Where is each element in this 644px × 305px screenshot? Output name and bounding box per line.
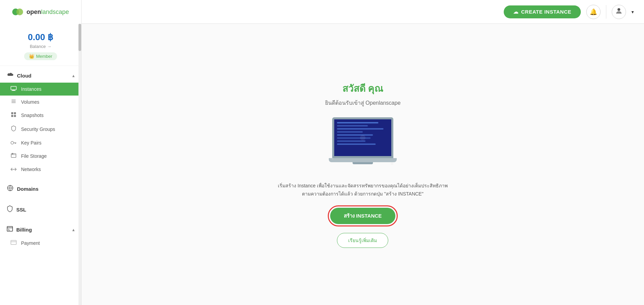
- sidebar-item-file-storage[interactable]: File Storage: [0, 149, 81, 163]
- sidebar-item-instances[interactable]: Instances: [0, 83, 81, 96]
- domains-section-header[interactable]: Domains: [0, 181, 81, 197]
- instances-label: Instances: [21, 86, 41, 92]
- cloud-section-header[interactable]: Cloud ▴: [0, 69, 81, 83]
- key-pairs-label: Key Pairs: [21, 140, 41, 146]
- welcome-title: สวัสดี คุณ: [278, 81, 448, 96]
- payment-icon: [10, 240, 17, 246]
- ssl-section: SSL: [0, 199, 81, 220]
- welcome-subtitle: ยินดีต้อนรับเข้าสู่ Openlanscape: [278, 99, 448, 107]
- description-line-1: เริ่มสร้าง Instance เพื่อใช้งานและจัดสรร…: [278, 182, 448, 190]
- user-menu-chevron[interactable]: ▾: [631, 9, 634, 15]
- ssl-section-label: SSL: [16, 207, 26, 213]
- user-avatar-button[interactable]: [612, 5, 626, 19]
- logo-icon: [12, 8, 24, 16]
- action-buttons: สร้าง INSTANCE เรียนรู้เพิ่มเติม: [278, 208, 448, 248]
- description-text: เริ่มสร้าง Instance เพื่อใช้งานและจัดสรร…: [278, 182, 448, 198]
- create-instance-header-button[interactable]: ☁ CREATE INSTANCE: [504, 5, 581, 18]
- balance-link[interactable]: Balance →: [7, 44, 74, 49]
- networks-icon: [10, 166, 17, 172]
- security-groups-label: Security Groups: [21, 126, 55, 132]
- ssl-icon: [7, 205, 13, 214]
- sidebar-item-networks[interactable]: Networks: [0, 163, 81, 176]
- billing-icon: [7, 226, 13, 233]
- balance-link-label: Balance →: [30, 44, 52, 49]
- domains-section: Domains: [0, 179, 81, 199]
- notification-bell-button[interactable]: 🔔: [586, 5, 601, 19]
- svg-rect-22: [7, 226, 13, 231]
- layout: 0.00 ฿ Balance → 👑 Member Cloud ▴: [0, 24, 644, 305]
- instances-icon: [10, 86, 17, 92]
- header: openlandscape ☁ CREATE INSTANCE 🔔 ▾: [0, 0, 644, 24]
- key-pairs-icon: [10, 140, 17, 146]
- ssl-section-header[interactable]: SSL: [0, 202, 81, 217]
- header-right: ☁ CREATE INSTANCE 🔔 ▾: [504, 5, 634, 19]
- sidebar-item-security-groups[interactable]: Security Groups: [0, 122, 81, 136]
- code-line-5: [337, 134, 373, 136]
- sidebar-item-key-pairs[interactable]: Key Pairs: [0, 136, 81, 149]
- laptop-stand: [353, 162, 373, 164]
- file-storage-label: File Storage: [21, 153, 47, 159]
- laptop-screen: [332, 117, 393, 158]
- snapshots-label: Snapshots: [21, 113, 43, 118]
- logo: openlandscape: [12, 8, 69, 16]
- domains-icon: [7, 185, 14, 193]
- snapshots-icon: [10, 112, 17, 119]
- welcome-card: สวัสดี คุณ ยินดีต้อนรับเข้าสู่ Openlansc…: [271, 67, 454, 261]
- svg-rect-9: [11, 112, 13, 114]
- svg-rect-10: [14, 112, 16, 114]
- create-instance-main-label: สร้าง INSTANCE: [344, 213, 382, 219]
- security-groups-icon: [10, 125, 17, 133]
- code-line-7: [337, 140, 365, 142]
- billing-section-label: Billing: [16, 227, 32, 233]
- create-instance-main-button[interactable]: สร้าง INSTANCE: [330, 208, 395, 224]
- cloud-chevron-icon: ▴: [72, 73, 74, 78]
- code-line-3: [337, 128, 383, 130]
- domains-section-label: Domains: [17, 186, 38, 192]
- learn-more-button[interactable]: เรียนรู้เพิ่มเติม: [337, 233, 388, 248]
- member-label: Member: [36, 54, 52, 59]
- cloud-section-label: Cloud: [17, 73, 32, 79]
- svg-rect-26: [11, 240, 16, 244]
- svg-rect-12: [14, 115, 16, 117]
- laptop-illustration: [329, 117, 397, 172]
- code-line-1: [337, 122, 378, 123]
- cloud-section: Cloud ▴ Instances: [0, 66, 81, 179]
- divider: [606, 5, 606, 19]
- sidebar-item-volumes[interactable]: Volumes: [0, 96, 81, 108]
- avatar-icon: [615, 7, 623, 17]
- scrollbar-thumb[interactable]: [78, 24, 81, 51]
- code-line-4: [337, 131, 363, 133]
- bell-icon: 🔔: [590, 8, 597, 16]
- svg-point-1: [16, 9, 23, 15]
- scrollbar-track[interactable]: [78, 24, 81, 305]
- file-storage-icon: [10, 153, 17, 159]
- networks-label: Networks: [21, 167, 41, 172]
- svg-rect-11: [11, 115, 13, 117]
- description-line-2: ตามความต้องการได้แล้ว ด้วยการกดปุ่ม "สร้…: [278, 190, 448, 198]
- member-icon: 👑: [29, 54, 34, 59]
- sidebar: 0.00 ฿ Balance → 👑 Member Cloud ▴: [0, 24, 82, 305]
- code-line-2: [337, 125, 368, 126]
- svg-rect-3: [11, 86, 16, 90]
- member-badge: 👑 Member: [24, 52, 57, 60]
- volumes-label: Volumes: [21, 99, 39, 105]
- cloud-icon: ☁: [513, 9, 519, 15]
- sidebar-item-payment[interactable]: Payment: [0, 237, 81, 250]
- logo-container: openlandscape: [0, 0, 82, 24]
- svg-rect-5: [12, 90, 16, 91]
- create-instance-header-label: CREATE INSTANCE: [521, 9, 571, 15]
- balance-section: 0.00 ฿ Balance → 👑 Member: [0, 24, 81, 66]
- volumes-icon: [10, 99, 17, 105]
- code-lines: [334, 119, 391, 148]
- billing-section: Billing ▴ Payment: [0, 220, 81, 252]
- logo-landscape: landscape: [41, 9, 69, 15]
- payment-label: Payment: [21, 240, 40, 246]
- chevron-down-icon: ▾: [631, 9, 634, 15]
- sidebar-item-snapshots[interactable]: Snapshots: [0, 108, 81, 122]
- billing-section-header[interactable]: Billing ▴: [0, 223, 81, 237]
- logo-open: open: [26, 9, 41, 15]
- svg-point-2: [618, 8, 620, 11]
- cloud-section-icon: [7, 72, 14, 79]
- svg-rect-18: [12, 153, 13, 154]
- learn-more-label: เรียนรู้เพิ่มเติม: [348, 238, 377, 243]
